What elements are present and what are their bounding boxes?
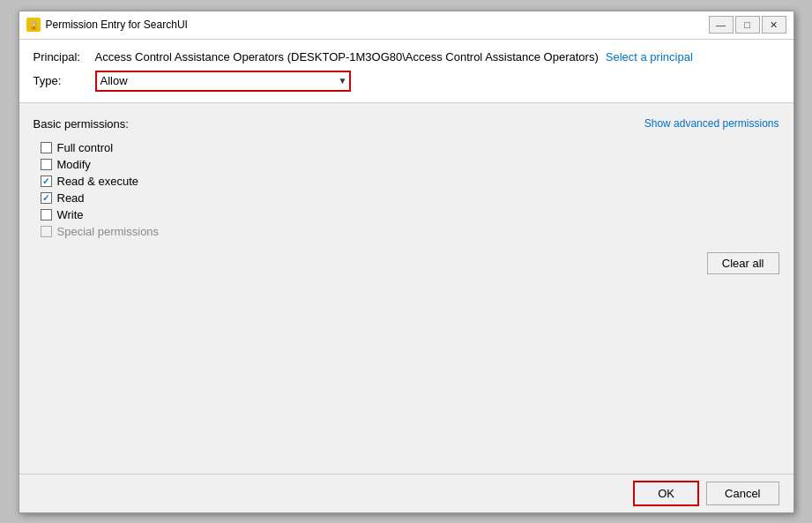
write-label: Write — [57, 208, 84, 221]
full-control-checkbox[interactable] — [41, 142, 52, 153]
ok-button[interactable]: OK — [633, 481, 699, 506]
write-checkbox[interactable] — [41, 209, 52, 220]
maximize-button[interactable]: □ — [735, 16, 760, 34]
list-item: Read & execute — [41, 175, 779, 188]
type-select-wrapper: Allow Deny ▼ — [95, 71, 351, 92]
title-bar-left: 🔒 Permission Entry for SearchUI — [26, 18, 188, 32]
select-principal-link[interactable]: Select a principal — [606, 50, 693, 64]
permissions-header: Basic permissions: Show advanced permiss… — [34, 117, 779, 131]
type-select[interactable]: Allow Deny — [95, 71, 351, 92]
clear-all-row: Clear all — [34, 252, 779, 274]
list-item: Write — [41, 208, 779, 221]
full-control-label: Full control — [57, 141, 114, 154]
top-section: Principal: Access Control Assistance Ope… — [19, 40, 793, 103]
principal-label: Principal: — [34, 50, 95, 64]
permission-entry-dialog: 🔒 Permission Entry for SearchUI — □ ✕ Pr… — [19, 11, 794, 513]
modify-label: Modify — [57, 158, 91, 171]
bottom-bar: OK Cancel — [19, 474, 793, 512]
type-label: Type: — [34, 74, 95, 87]
cancel-button[interactable]: Cancel — [706, 482, 778, 505]
read-execute-checkbox[interactable] — [41, 176, 52, 187]
title-bar: 🔒 Permission Entry for SearchUI — □ ✕ — [19, 11, 793, 40]
principal-row: Principal: Access Control Assistance Ope… — [34, 50, 779, 64]
permissions-list: Full control Modify Read & execute Read — [41, 141, 779, 238]
list-item: Modify — [41, 158, 779, 171]
read-execute-label: Read & execute — [57, 175, 139, 188]
dialog-content: Principal: Access Control Assistance Ope… — [19, 40, 793, 474]
type-row: Type: Allow Deny ▼ — [34, 71, 779, 92]
close-button[interactable]: ✕ — [762, 16, 786, 34]
permissions-section-title: Basic permissions: — [34, 117, 129, 131]
read-checkbox[interactable] — [41, 192, 52, 204]
read-label: Read — [57, 191, 85, 205]
title-controls: — □ ✕ — [709, 16, 786, 34]
list-item: Special permissions — [41, 225, 779, 238]
list-item: Full control — [41, 141, 779, 154]
principal-value: Access Control Assistance Operators (DES… — [95, 50, 599, 64]
modify-checkbox[interactable] — [41, 159, 52, 170]
show-advanced-link[interactable]: Show advanced permissions — [644, 117, 779, 130]
special-permissions-checkbox — [41, 226, 52, 237]
minimize-button[interactable]: — — [709, 16, 734, 34]
special-permissions-label: Special permissions — [57, 225, 160, 238]
clear-all-button[interactable]: Clear all — [707, 252, 779, 274]
window-title: Permission Entry for SearchUI — [46, 19, 188, 31]
window-icon: 🔒 — [26, 18, 41, 32]
list-item: Read — [41, 191, 779, 205]
main-section: Basic permissions: Show advanced permiss… — [19, 103, 793, 474]
